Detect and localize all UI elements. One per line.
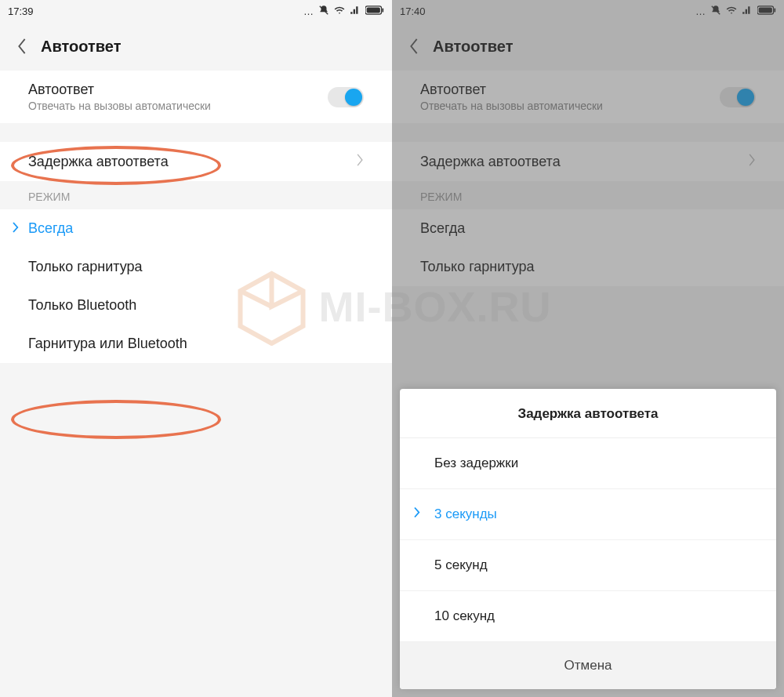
sheet-cancel-button[interactable]: Отмена: [400, 642, 776, 689]
chevron-right-icon: [11, 220, 20, 238]
row-label: Только гарнитура: [28, 259, 364, 275]
row-label: Автоответ: [28, 82, 328, 98]
svg-rect-2: [367, 7, 380, 13]
chevron-right-icon: [412, 506, 422, 524]
delay-option-10s[interactable]: 10 секунд: [400, 591, 776, 642]
section-header-mode: РЕЖИМ: [0, 181, 392, 209]
delay-option-5s[interactable]: 5 секунд: [400, 540, 776, 591]
mode-always-row[interactable]: Всегда: [0, 209, 392, 248]
auto-answer-toggle[interactable]: [328, 87, 364, 107]
chevron-right-icon: [356, 153, 364, 170]
delay-option-none[interactable]: Без задержки: [400, 438, 776, 489]
mode-headset-or-bt-row[interactable]: Гарнитура или Bluetooth: [0, 325, 392, 363]
row-label: Всегда: [28, 220, 364, 237]
option-label: Без задержки: [434, 456, 518, 470]
mode-bluetooth-row[interactable]: Только Bluetooth: [0, 286, 392, 325]
sheet-title: Задержка автоответа: [400, 389, 776, 438]
option-label: 5 секунд: [434, 557, 488, 572]
toggle-knob: [345, 89, 362, 106]
phone-screenshot-left: 17:39 … Автоответ: [0, 0, 392, 697]
chevron-left-icon: [16, 38, 27, 55]
row-subtitle: Отвечать на вызовы автоматически: [28, 100, 328, 112]
mode-headset-row[interactable]: Только гарнитура: [0, 248, 392, 286]
status-dots-icon: …: [303, 5, 314, 17]
battery-icon: [365, 5, 384, 17]
settings-list: Автоответ Отвечать на вызовы автоматичес…: [0, 71, 392, 363]
signal-icon: [350, 5, 361, 18]
option-label: 10 секунд: [434, 608, 495, 623]
wifi-icon: [334, 5, 345, 18]
row-label: Только Bluetooth: [28, 297, 364, 314]
cancel-label: Отмена: [564, 658, 612, 673]
status-bar: 17:39 …: [0, 0, 392, 22]
title-bar: Автоответ: [0, 22, 392, 71]
row-label: Задержка автоответа: [28, 154, 356, 170]
back-button[interactable]: [11, 35, 33, 57]
svg-rect-3: [382, 8, 383, 12]
delay-bottom-sheet: Задержка автоответа Без задержки 3 секун…: [400, 389, 776, 689]
delay-option-3s[interactable]: 3 секунды: [400, 489, 776, 540]
status-time: 17:39: [8, 5, 34, 17]
status-icons: …: [303, 5, 384, 18]
option-label: 3 секунды: [434, 506, 497, 521]
page-title: Автоответ: [41, 38, 121, 56]
mute-icon: [318, 5, 329, 18]
delay-row[interactable]: Задержка автоответа: [0, 142, 392, 181]
row-label: Гарнитура или Bluetooth: [28, 336, 364, 352]
highlight-ellipse-headset-bt: [11, 400, 221, 439]
phone-screenshot-right: 17:40 …: [392, 0, 784, 697]
auto-answer-toggle-row[interactable]: Автоответ Отвечать на вызовы автоматичес…: [0, 71, 392, 123]
